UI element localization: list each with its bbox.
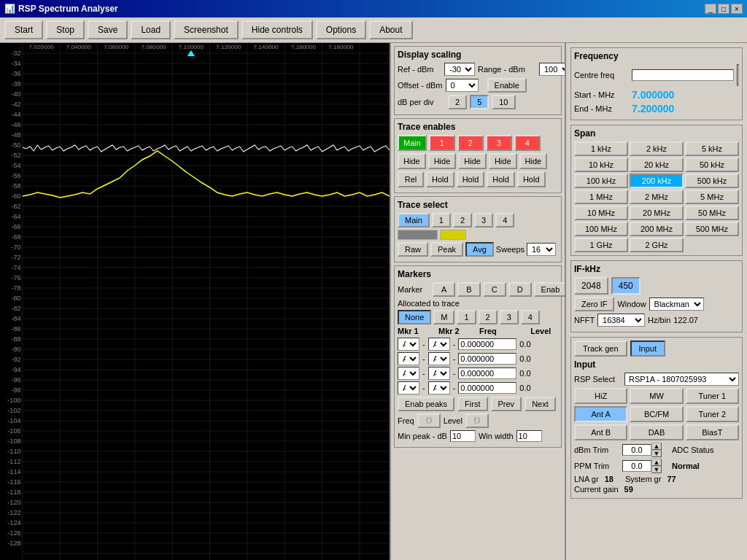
marker-a-button[interactable]: A [433,282,455,297]
dbm-trim-down[interactable]: ▼ [651,450,662,457]
marker1-row4-select[interactable]: A [398,381,419,394]
alloc-1-button[interactable]: 1 [457,310,476,324]
trace-select-main-button[interactable]: Main [398,213,430,228]
level-icon-button[interactable]: 〈〉 [465,413,489,428]
alloc-m-button[interactable]: M [433,310,454,324]
ref-dbm-select[interactable]: -30 [444,63,475,76]
marker1-row1-select[interactable]: A [398,338,419,351]
span-1ghz[interactable]: 1 GHz [574,238,628,252]
window-select[interactable]: Blackman [649,298,704,311]
about-button[interactable]: About [369,20,412,39]
marker-row1-freq[interactable] [458,338,516,350]
start-button[interactable]: Start [4,20,43,39]
span-2mhz[interactable]: 2 MHz [630,190,684,204]
tuner2-button[interactable]: Tuner 2 [686,406,739,422]
alloc-2-button[interactable]: 2 [479,310,498,324]
span-100khz[interactable]: 100 kHz [574,174,628,188]
marker-row3-freq[interactable] [458,368,516,379]
marker-b-button[interactable]: B [457,282,480,297]
marker-row4-freq[interactable] [458,382,516,394]
marker2-row2-select[interactable]: A [428,352,450,365]
maximize-button[interactable]: □ [718,4,729,14]
span-20khz[interactable]: 20 kHz [630,158,684,172]
span-200khz[interactable]: 200 kHz [630,174,684,188]
trace-main-hide-button[interactable]: Hide [398,153,426,169]
trace-3-button[interactable]: 3 [486,135,512,151]
alloc-3-button[interactable]: 3 [500,310,519,324]
trace-4-hide-button[interactable]: Hide [519,153,548,169]
avg-mode-button[interactable]: Avg [465,242,494,257]
dbdiv-2-button[interactable]: 2 [448,95,467,109]
marker-row2-freq[interactable] [458,353,516,365]
span-100mhz[interactable]: 100 MHz [574,222,628,236]
minimize-button[interactable]: _ [705,4,716,14]
marker-enab-button[interactable]: Enab [534,282,565,297]
trace-select-3-button[interactable]: 3 [474,213,493,228]
trace-2-button[interactable]: 2 [457,135,484,151]
trace-3-hold-button[interactable]: Hold [487,171,515,187]
span-2khz[interactable]: 2 kHz [630,141,684,156]
span-50mhz[interactable]: 50 MHz [685,206,739,220]
span-10mhz[interactable]: 10 MHz [574,206,628,220]
enable-button[interactable]: Enable [487,78,527,93]
span-5khz[interactable]: 5 kHz [685,141,739,156]
trace-1-hide-button[interactable]: Hide [428,153,457,169]
trace-4-button[interactable]: 4 [514,135,541,151]
input-mode-button[interactable]: Input [630,341,665,357]
sweeps-select[interactable]: 16 [527,243,556,256]
span-1mhz[interactable]: 1 MHz [574,190,628,204]
trace-select-2-button[interactable]: 2 [453,213,472,228]
tuner1-button[interactable]: Tuner 1 [686,388,739,404]
span-1khz[interactable]: 1 kHz [574,141,628,156]
win-width-input[interactable] [516,430,542,442]
marker1-row3-select[interactable]: A [398,367,419,380]
marker2-row4-select[interactable]: A [428,381,450,394]
ppm-trim-input[interactable] [622,460,651,472]
trace-1-button[interactable]: 1 [429,135,455,151]
if-2048-button[interactable]: 2048 [574,277,608,295]
marker2-row3-select[interactable]: A [428,367,450,380]
trace-2-hide-button[interactable]: Hide [458,153,487,169]
marker-d-button[interactable]: D [508,282,532,297]
span-50khz[interactable]: 50 kHz [685,158,739,172]
peak-mode-button[interactable]: Peak [430,242,463,257]
freq-icon-button[interactable]: 〈〉 [417,413,441,428]
if-450-button[interactable]: 450 [611,277,640,295]
biast-button[interactable]: BiasT [686,424,739,440]
trace-3-hide-button[interactable]: Hide [489,153,517,169]
track-gen-button[interactable]: Track gen [574,341,627,357]
rsp-select[interactable]: RSP1A - 1807025993 [624,373,739,386]
prev-button[interactable]: Prev [491,397,522,411]
trace-select-4-button[interactable]: 4 [495,213,514,228]
mw-button[interactable]: MW [630,388,683,404]
alloc-4-button[interactable]: 4 [521,310,540,324]
dbdiv-5-button[interactable]: 5 [470,95,489,109]
centre-freq-input[interactable]: 7.100000 [632,69,734,81]
nfft-select[interactable]: 16384 [597,314,645,327]
span-20mhz[interactable]: 20 MHz [630,206,684,220]
span-500mhz[interactable]: 500 MHz [685,222,739,236]
ppm-trim-up[interactable]: ▲ [651,459,662,466]
alloc-none-button[interactable]: None [398,310,431,324]
load-button[interactable]: Load [131,20,171,39]
stop-button[interactable]: Stop [46,20,85,39]
save-button[interactable]: Save [88,20,128,39]
span-10khz[interactable]: 10 kHz [574,158,628,172]
next-button[interactable]: Next [525,397,556,411]
trace-2-hold-button[interactable]: Hold [457,171,485,187]
ant-b-button[interactable]: Ant B [574,424,627,440]
hiz-button[interactable]: HiZ [574,388,627,404]
min-peak-input[interactable] [450,430,476,442]
range-dbm-select[interactable]: 100 [539,63,565,76]
ant-a-button[interactable]: Ant A [574,406,627,422]
marker1-row2-select[interactable]: A [398,352,419,365]
dbm-trim-up[interactable]: ▲ [651,443,662,450]
span-2ghz[interactable]: 2 GHz [630,238,684,252]
span-5mhz[interactable]: 5 MHz [685,190,739,204]
raw-mode-button[interactable]: Raw [398,242,428,257]
trace-main-rel-button[interactable]: Rel [398,171,424,187]
bcfm-button[interactable]: BC/FM [630,406,683,422]
offset-dbm-select[interactable]: 0 [446,79,479,92]
trace-select-1-button[interactable]: 1 [432,213,451,228]
marker-c-button[interactable]: C [483,282,506,297]
